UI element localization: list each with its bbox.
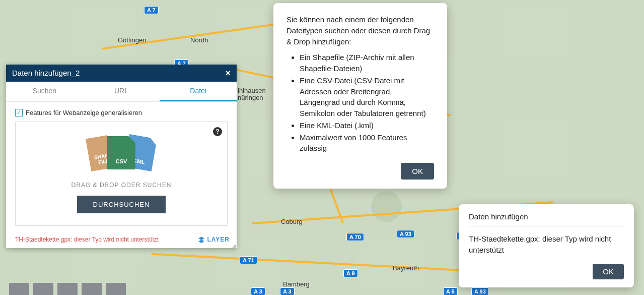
city-label: ihlhausen — [238, 87, 266, 94]
generalize-label: Features für Webanzeige generalisieren — [26, 109, 142, 116]
file-type-icons: SHAPE FILE CSV KML — [21, 136, 222, 169]
city-label: Göttingen — [118, 36, 146, 44]
info-intro: Sie können nach einem der folgenden Date… — [287, 14, 434, 47]
panel-title: Daten hinzufügen_2 — [12, 65, 80, 82]
city-label: nüringen — [238, 94, 263, 101]
divider — [469, 226, 624, 226]
road-shield: A 70 — [346, 233, 364, 241]
info-item: Eine CSV-Datei (CSV-Datei mit Adressen o… — [300, 75, 434, 119]
info-item: Ein Shapefile (ZIP-Archiv mit allen Shap… — [300, 52, 434, 74]
layers-icon — [198, 236, 205, 243]
road-shield: A 9 — [343, 269, 358, 277]
toolbar-button[interactable] — [106, 283, 126, 295]
bottom-toolbar — [9, 283, 126, 295]
tab-file[interactable]: Datei — [160, 82, 237, 101]
road-shield: A 93 — [471, 287, 489, 295]
file-types-info-popup: Sie können nach einem der folgenden Date… — [273, 3, 447, 189]
error-dialog-message: TH-Staedtekette.gpx: dieser Typ wird nic… — [469, 233, 624, 256]
road-shield: A 6 — [443, 287, 458, 295]
error-dialog: Daten hinzufügen TH-Staedtekette.gpx: di… — [459, 204, 634, 287]
tab-search[interactable]: Suchen — [6, 82, 83, 101]
city-label: Nordh — [190, 36, 208, 44]
csv-icon: CSV — [107, 136, 135, 169]
add-data-panel: Daten hinzufügen_2 × Suchen URL Datei ✓ … — [6, 65, 237, 248]
error-ok-button[interactable]: OK — [593, 264, 624, 279]
toolbar-button[interactable] — [9, 283, 29, 295]
info-ok-button[interactable]: OK — [401, 163, 434, 180]
toolbar-button[interactable] — [82, 283, 102, 295]
info-list: Ein Shapefile (ZIP-Archiv mit allen Shap… — [300, 52, 434, 154]
city-label: Coburg — [281, 218, 303, 225]
city-label: Bayreuth — [393, 264, 419, 272]
road-shield: A 3 — [251, 287, 265, 295]
toolbar-button[interactable] — [33, 283, 53, 295]
city-label: Bamberg — [283, 280, 310, 288]
toolbar-button[interactable] — [57, 283, 78, 295]
info-item: Maximalwert von 1000 Features zulässig — [300, 132, 434, 154]
close-button[interactable]: × — [225, 65, 231, 82]
info-item: Eine KML-Datei (.kml) — [300, 120, 434, 131]
panel-header[interactable]: Daten hinzufügen_2 × — [6, 65, 237, 82]
help-icon[interactable]: ? — [213, 127, 222, 136]
panel-tabs: Suchen URL Datei — [6, 82, 237, 102]
generalize-checkbox[interactable]: ✓ — [15, 109, 23, 116]
error-dialog-title: Daten hinzufügen — [469, 212, 624, 221]
road-shield: A 7 — [144, 6, 159, 14]
tab-url[interactable]: URL — [83, 82, 160, 101]
file-dropzone[interactable]: ? SHAPE FILE CSV KML DRAG & DROP ODER SU… — [15, 122, 228, 226]
browse-button[interactable]: DURCHSUCHEN — [77, 196, 166, 213]
panel-error-message: TH-Staedtekette.gpx: dieser Typ wird nic… — [15, 236, 159, 243]
resize-handle[interactable]: ◢ — [232, 243, 235, 248]
road-shield: A 71 — [240, 256, 257, 264]
road-shield: A 93 — [397, 230, 414, 238]
layer-link[interactable]: LAYER — [198, 236, 230, 243]
road-shield: A 3 — [280, 287, 295, 295]
drop-label: DRAG & DROP ODER SUCHEN — [21, 182, 222, 189]
